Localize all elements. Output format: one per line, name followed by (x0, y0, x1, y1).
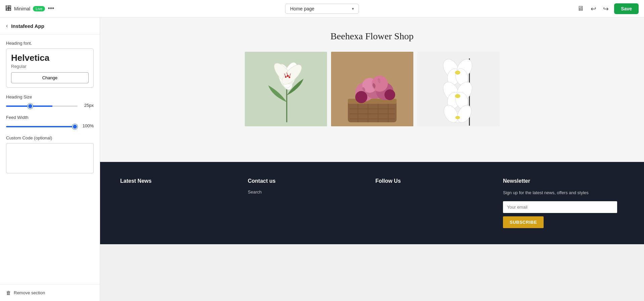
sidebar-header: ‹ Instafeed App (0, 17, 100, 35)
search-link[interactable]: Search (248, 189, 362, 195)
remove-section-button[interactable]: 🗑 Remove section (6, 290, 45, 296)
custom-code-input[interactable] (6, 143, 94, 173)
page-selector[interactable]: Home page ▾ (285, 4, 359, 14)
trash-icon: 🗑 (6, 290, 11, 296)
chevron-down-icon: ▾ (352, 6, 354, 11)
topbar-left: ␹ Minimal Live ••• (5, 5, 73, 12)
flower-image-roses (331, 52, 413, 126)
custom-code-label: Custom Code (optional) (6, 135, 94, 140)
main-layout: ‹ Instafeed App Heading font. Helvetica … (0, 17, 644, 301)
heading-size-slider[interactable] (6, 105, 78, 107)
site-name: Minimal (14, 6, 30, 11)
sidebar-footer: 🗑 Remove section (0, 284, 100, 301)
feed-width-slider-wrapper (6, 123, 78, 129)
font-name: Helvetica (11, 53, 89, 63)
flower-grid (245, 52, 500, 126)
svg-point-28 (384, 89, 395, 100)
heading-size-slider-wrapper (6, 102, 78, 108)
sidebar-content: Heading font. Helvetica Regular Change H… (0, 35, 100, 179)
shop-preview: Beehexa Flower Shop (100, 17, 644, 162)
custom-code-group: Custom Code (optional) (6, 135, 94, 173)
heading-size-value: 25px (81, 103, 94, 108)
latest-news-heading: Latest News (120, 178, 234, 184)
subscribe-button[interactable]: SUBSCRIBE (503, 216, 544, 228)
page-selector-label: Home page (290, 6, 314, 11)
back-icon[interactable]: ␹ (5, 5, 11, 12)
email-input[interactable] (503, 201, 617, 213)
more-options-icon[interactable]: ••• (48, 5, 54, 12)
follow-us-heading: Follow Us (375, 178, 490, 184)
change-font-button[interactable]: Change (11, 72, 89, 83)
topbar-right: 🖥 ↩ ↪ Save (571, 3, 639, 14)
newsletter-desc: Sign up for the latest news, offers and … (503, 189, 617, 197)
topbar: ␹ Minimal Live ••• Home page ▾ 🖥 ↩ ↪ Sav… (0, 0, 644, 17)
font-preview-box: Helvetica Regular Change (6, 48, 94, 88)
canvas: Beehexa Flower Shop (100, 17, 644, 301)
heading-size-label: Heading Size (6, 94, 94, 99)
remove-section-label: Remove section (14, 290, 45, 295)
heading-size-slider-row: 25px (6, 102, 94, 108)
svg-point-43 (455, 94, 460, 98)
feed-width-group: Feed Width 100% (6, 115, 94, 129)
redo-button[interactable]: ↪ (602, 3, 610, 14)
heading-font-group: Heading font. Helvetica Regular Change (6, 41, 94, 88)
feed-width-label: Feed Width (6, 115, 94, 120)
live-badge: Live (33, 6, 45, 11)
sidebar-title: Instafeed App (11, 23, 44, 29)
feed-width-slider[interactable] (6, 126, 78, 127)
flower-image-orchids (417, 52, 500, 126)
footer-col-newsletter: Newsletter Sign up for the latest news, … (496, 178, 624, 228)
font-style: Regular (11, 64, 89, 69)
svg-point-27 (355, 91, 367, 103)
svg-rect-0 (245, 52, 327, 126)
footer-col-contact: Contact us Search (241, 178, 369, 228)
sidebar-back-icon[interactable]: ‹ (6, 23, 8, 29)
heading-size-group: Heading Size 25px (6, 94, 94, 108)
flower-image-lily (245, 52, 327, 126)
newsletter-heading: Newsletter (503, 178, 617, 184)
footer-col-latest-news: Latest News (120, 178, 241, 228)
topbar-center: Home page ▾ (77, 4, 567, 14)
svg-point-37 (455, 71, 460, 75)
feed-width-value: 100% (81, 123, 94, 128)
save-button[interactable]: Save (614, 3, 639, 14)
sidebar: ‹ Instafeed App Heading font. Helvetica … (0, 17, 100, 301)
undo-button[interactable]: ↩ (589, 3, 598, 14)
svg-point-47 (455, 116, 460, 119)
footer-col-follow: Follow Us (369, 178, 496, 228)
desktop-view-button[interactable]: 🖥 (576, 3, 585, 14)
feed-width-slider-row: 100% (6, 123, 94, 129)
contact-us-heading: Contact us (248, 178, 362, 184)
heading-font-label: Heading font. (6, 41, 94, 46)
shop-title: Beehexa Flower Shop (330, 31, 413, 42)
shop-footer: Latest News Contact us Search Follow Us … (100, 162, 644, 244)
